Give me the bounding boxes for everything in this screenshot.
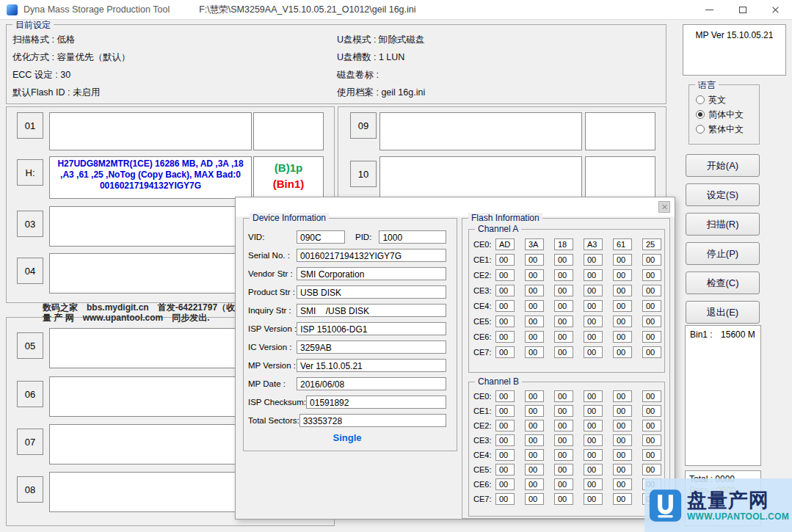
ce-value-cell: 00 [584, 405, 603, 417]
ce-label: CE4: [473, 302, 495, 310]
close-button[interactable] [759, 0, 792, 20]
bin-panel: Bin1 : 15600 M [685, 325, 761, 466]
language-option-traditional-chinese[interactable]: 繁体中文 [689, 122, 759, 136]
ce-label: CE7: [473, 348, 495, 357]
channel-a-rows: CE0:AD3A18A36125CE1:000000000000CE2:0000… [469, 230, 664, 360]
settings-left-column: 扫描格式 : 低格 优化方式 : 容量优先（默认） ECC 设定 : 30 默认… [12, 34, 130, 104]
ce-value-cell: 00 [495, 285, 515, 296]
port-slot-label: 03 [17, 211, 43, 237]
ce-value-cell: 00 [584, 493, 603, 505]
ce-label: CE1: [473, 407, 495, 415]
language-option-simplified-chinese[interactable]: 简体中文 [689, 107, 759, 122]
radio-unchecked-icon [696, 95, 705, 104]
ce-label: CE1: [473, 255, 495, 264]
ce-row: CE5:000000000000 [473, 462, 664, 477]
ce-value-cell: 61 [613, 238, 632, 250]
port-main-box [49, 376, 252, 417]
field-label: MP Version : [248, 361, 297, 370]
isp-checksum-field: 01591892 [306, 396, 446, 409]
watermark-title: 盘量产网 [687, 489, 789, 511]
ce-row: CE1:000000000000 [473, 252, 664, 267]
ce-value-cell: 00 [495, 300, 515, 312]
watermark-url: WWW.UPANTOOL.COM [687, 511, 789, 522]
field-label: ISP Version : [248, 324, 297, 333]
ce-value-cell: 00 [495, 346, 515, 358]
radio-checked-icon [696, 110, 705, 119]
ce-value-cell: 00 [495, 420, 515, 431]
ce-label: CE2: [473, 271, 495, 280]
flash-information-group: Flash Information Channel A CE0:AD3A18A3… [462, 218, 670, 519]
ce-value-cell: 00 [584, 434, 603, 446]
ce-value-cell: 00 [613, 346, 632, 358]
ce-value-cell: 00 [613, 269, 632, 281]
titlebar[interactable]: Dyna Mass Storage Production Tool F:\慧荣\… [0, 0, 792, 20]
ce-value-cell: 00 [642, 405, 661, 417]
setting-ini-file: 使用档案 : geil 16g.ini [337, 87, 425, 104]
device-information-title: Device Information [250, 213, 329, 223]
mp-version-panel: MP Ver 15.10.05.21 [683, 24, 786, 76]
ce-value-cell: 00 [584, 269, 603, 281]
ce-value-cell: 00 [584, 285, 603, 296]
ce-value-cell: 00 [613, 390, 632, 402]
promo-line-2: 量 产 网 www.upantool.com 同步发出. [43, 313, 253, 323]
setting-volume-label: 磁盘卷标 : [337, 69, 425, 87]
ce-value-cell: 00 [642, 420, 661, 431]
isp-version-field: ISP 151006-DG1 [297, 322, 446, 335]
start-button[interactable]: 开始(A) [686, 154, 760, 177]
ce-value-cell: 00 [495, 449, 515, 461]
ce-value-cell: AD [495, 238, 515, 250]
flash-information-title: Flash Information [468, 213, 542, 223]
ce-row: CE0:000000000000 [473, 389, 664, 404]
ce-value-cell: 00 [642, 331, 661, 343]
port-slot-label: 09 [350, 112, 377, 139]
port-slot-label: H: [17, 159, 43, 186]
port-main-box [49, 253, 252, 294]
mp-version-field: Ver 15.10.05.21 [297, 359, 446, 372]
ce-value-cell: 00 [584, 390, 603, 402]
ce-row: CE5:000000000000 [473, 313, 664, 329]
ce-value-cell: 00 [495, 269, 515, 281]
field-label: Serial No. : [248, 251, 297, 260]
scan-button[interactable]: 扫描(R) [686, 213, 760, 236]
language-group-title: 语言 [695, 79, 719, 92]
language-group: 语言 英文 简体中文 繁体中文 [689, 84, 760, 145]
maximize-icon [739, 7, 746, 13]
ce-row: CE1:000000000000 [473, 404, 664, 418]
ce-value-cell: 00 [613, 434, 632, 446]
window-controls [693, 0, 792, 20]
check-button[interactable]: 检查(C) [686, 272, 760, 294]
ce-value-cell: 00 [584, 420, 603, 431]
stop-button[interactable]: 停止(P) [686, 242, 760, 265]
ce-value-cell: 00 [584, 464, 603, 475]
channel-mode-label: Single [248, 432, 446, 443]
channel-b-rows: CE0:000000000000CE1:000000000000CE2:0000… [469, 382, 664, 506]
setting-button[interactable]: 设定(S) [686, 183, 760, 206]
ce-value-cell: 00 [525, 449, 544, 461]
language-option-english[interactable]: 英文 [689, 92, 759, 107]
ce-value-cell: 00 [525, 434, 544, 446]
ce-row: CE7:000000000000 [473, 492, 664, 506]
language-option-label: 简体中文 [708, 109, 744, 121]
ic-version-field: 3259AB [297, 340, 446, 354]
ce-value-cell: 00 [613, 449, 632, 461]
config-file-path: F:\慧荣\SM3259AA_V15.10.05.21_O1012\geil 1… [199, 4, 415, 16]
field-label: ISP Checksum: [248, 398, 306, 407]
ce-value-cell: 00 [495, 316, 515, 327]
port-main-box: H27UDG8M2MTR(1CE) 16286 MB, AD ,3A ,18 ,… [49, 156, 252, 199]
promo-line-1: 数码之家 bbs.mydigit.cn 首发-64221797（收藏） [43, 302, 253, 313]
minimize-button[interactable] [693, 0, 726, 20]
ce-value-cell: 18 [554, 238, 573, 250]
minimize-icon [705, 10, 713, 10]
ce-label: CE3: [473, 436, 495, 445]
field-label: Total Sectors: [248, 416, 299, 425]
maximize-button[interactable] [726, 0, 759, 20]
field-label: Vendor Str : [248, 269, 297, 278]
exit-button[interactable]: 退出(E) [686, 301, 760, 324]
vendor-str-field: SMI Corporation [297, 267, 446, 280]
ce-label: CE6: [473, 480, 495, 489]
channel-a-group: Channel A CE0:AD3A18A36125CE1:0000000000… [468, 229, 665, 373]
ce-value-cell: 00 [554, 254, 573, 266]
ce-value-cell: 00 [525, 316, 544, 327]
close-icon [771, 6, 780, 14]
dialog-close-button[interactable] [658, 201, 670, 213]
